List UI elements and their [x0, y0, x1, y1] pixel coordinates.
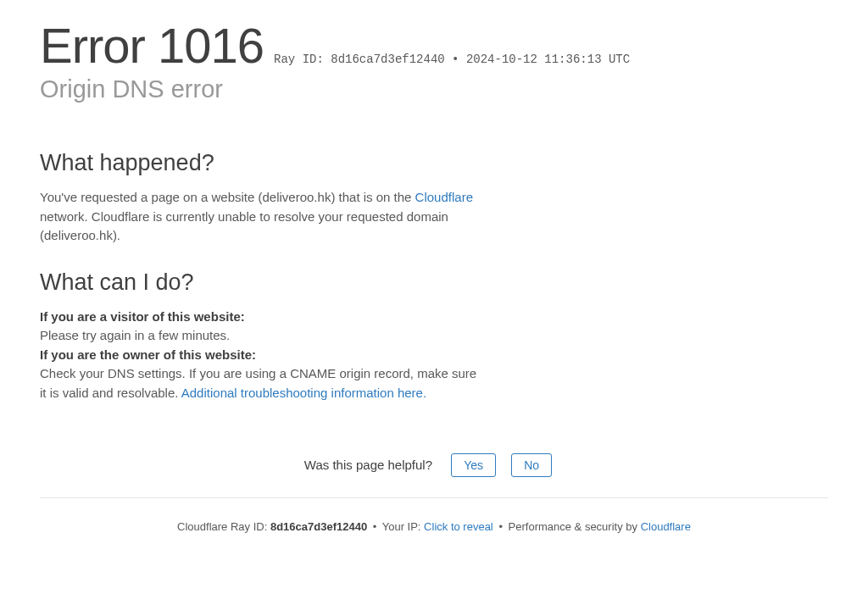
footer-perf-label: Performance & security by: [509, 520, 637, 533]
what-happened-heading: What happened?: [40, 150, 481, 176]
error-subtitle: Origin DNS error: [40, 75, 828, 103]
owner-label: If you are the owner of this website:: [40, 346, 481, 365]
meta-separator: •: [452, 53, 459, 66]
error-title: Error 1016: [40, 17, 264, 74]
what-can-i-do-body: If you are a visitor of this website: Pl…: [40, 308, 481, 403]
troubleshooting-link[interactable]: Additional troubleshooting information h…: [181, 386, 426, 400]
visitor-label: If you are a visitor of this website:: [40, 308, 481, 327]
error-prefix: Error: [40, 18, 145, 73]
what-happened-body: You've requested a page on a website (de…: [40, 188, 481, 246]
feedback-question: Was this page helpful?: [304, 458, 432, 472]
click-to-reveal-button[interactable]: Click to reveal: [424, 520, 493, 533]
feedback-row: Was this page helpful? Yes No: [40, 453, 828, 497]
ray-id-label: Ray ID:: [274, 53, 324, 66]
visitor-body: Please try again in a few minutes.: [40, 326, 481, 346]
what-can-i-do-heading: What can I do?: [40, 269, 481, 296]
no-button[interactable]: No: [511, 453, 552, 477]
what-can-i-do-section: What can I do? If you are a visitor of t…: [40, 269, 481, 403]
footer-ray-label: Cloudflare Ray ID:: [177, 520, 267, 533]
footer-ip-label: Your IP:: [382, 520, 421, 533]
what-happened-section: What happened? You've requested a page o…: [40, 150, 481, 246]
footer: Cloudflare Ray ID: 8d16ca7d3ef12440 • Yo…: [40, 498, 828, 550]
cloudflare-link[interactable]: Cloudflare: [415, 190, 473, 204]
footer-cloudflare-link[interactable]: Cloudflare: [641, 520, 691, 533]
ray-id-value: 8d16ca7d3ef12440: [331, 53, 444, 66]
footer-ray-id: 8d16ca7d3ef12440: [270, 520, 367, 533]
yes-button[interactable]: Yes: [451, 453, 496, 477]
error-meta: Ray ID: 8d16ca7d3ef12440 • 2024-10-12 11…: [274, 53, 630, 66]
footer-sep-2: •: [498, 520, 503, 533]
error-header: Error 1016 Ray ID: 8d16ca7d3ef12440 • 20…: [40, 17, 828, 74]
what-happened-text-pre: You've requested a page on a website (de…: [40, 190, 415, 204]
error-timestamp: 2024-10-12 11:36:13 UTC: [466, 53, 630, 66]
error-code: 1016: [158, 18, 264, 73]
owner-body: Check your DNS settings. If you are usin…: [40, 364, 481, 402]
what-happened-text-post: network. Cloudflare is currently unable …: [40, 209, 448, 243]
footer-sep-1: •: [373, 520, 377, 533]
